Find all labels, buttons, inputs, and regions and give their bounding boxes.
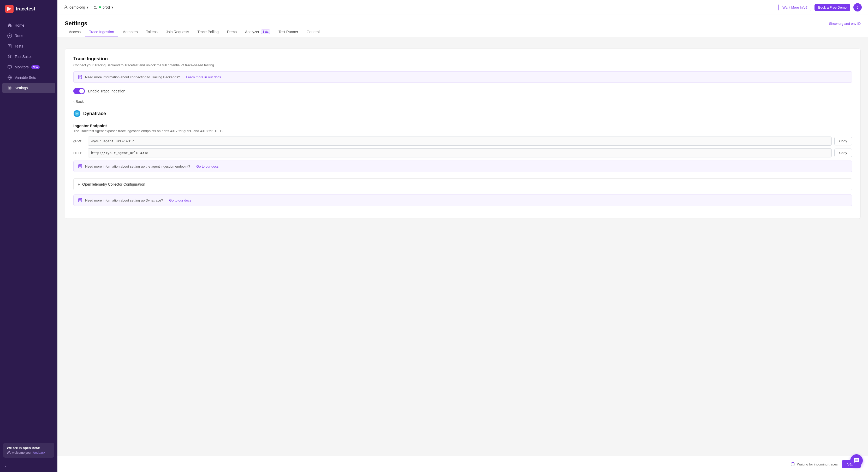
page-title: Settings — [65, 20, 87, 27]
collector-config-section: ▶ OpenTelemetry Collector Configuration — [73, 178, 852, 190]
layers-icon — [7, 54, 12, 59]
collector-config-header[interactable]: ▶ OpenTelemetry Collector Configuration — [73, 179, 852, 190]
monitors-badge: New — [31, 65, 40, 69]
monitor-icon — [7, 65, 12, 69]
dynatrace-docs-link[interactable]: Go to our docs — [169, 198, 191, 202]
enable-trace-ingestion-toggle[interactable] — [73, 88, 85, 94]
svg-marker-3 — [9, 35, 11, 36]
sidebar-nav: Home Runs Tests Test Suites Monitors New… — [0, 18, 57, 440]
sidebar: tracetest Home Runs Tests Test Suites Mo… — [0, 0, 57, 472]
show-org-env-id-link[interactable]: Show org and env ID — [829, 22, 861, 26]
tab-analyzer-label: Analyzer — [245, 30, 259, 34]
tab-join-requests-label: Join Requests — [166, 30, 189, 34]
book-free-demo-button[interactable]: Book a Free Demo — [814, 4, 850, 11]
enable-toggle-row: Enable Trace Ingestion — [73, 88, 852, 94]
sidebar-item-test-suites[interactable]: Test Suites — [2, 52, 55, 62]
org-chevron-icon: ▾ — [87, 5, 89, 9]
loading-spinner — [791, 462, 795, 466]
svg-point-16 — [65, 6, 66, 7]
go-to-docs-link[interactable]: Go to our docs — [196, 165, 218, 168]
sidebar-item-test-suites-label: Test Suites — [14, 55, 32, 59]
play-icon — [7, 33, 12, 38]
sidebar-item-settings-label: Settings — [14, 86, 28, 90]
env-selector[interactable]: prod ▾ — [94, 5, 113, 9]
info-book-icon — [78, 75, 83, 79]
sidebar-item-variable-sets[interactable]: Variable Sets — [2, 72, 55, 83]
beta-desc: We welcome your — [7, 451, 32, 454]
sidebar-item-runs[interactable]: Runs — [2, 31, 55, 41]
env-name: prod — [102, 5, 110, 9]
endpoint-title: Ingestor Endpoint — [73, 123, 852, 128]
folder-icon — [94, 5, 97, 9]
grpc-copy-button[interactable]: Copy — [834, 137, 852, 145]
sidebar-item-settings[interactable]: Settings — [2, 83, 55, 93]
info-box-text: Need more information about connecting t… — [85, 75, 180, 79]
sidebar-item-tests[interactable]: Tests — [2, 41, 55, 51]
grpc-input[interactable] — [88, 137, 832, 146]
tab-members-label: Members — [122, 30, 137, 34]
page-wrapper: demo-org ▾ prod ▾ Want More Info? Book a… — [57, 0, 868, 472]
info-book-icon-3 — [78, 198, 83, 203]
env-status-dot — [99, 6, 101, 8]
analyzer-beta-badge: Beta — [261, 30, 270, 34]
user-avatar[interactable]: J — [854, 3, 862, 11]
tab-general[interactable]: General — [303, 27, 324, 37]
beta-box: We are in open Beta! We welcome your fee… — [3, 443, 54, 458]
info-book-icon-2 — [78, 164, 83, 169]
sidebar-item-home-label: Home — [14, 23, 24, 27]
want-more-info-button[interactable]: Want More Info? — [778, 4, 811, 11]
tab-demo-label: Demo — [227, 30, 237, 34]
sidebar-item-monitors-label: Monitors — [14, 65, 29, 69]
gear-icon — [7, 86, 12, 90]
tab-trace-polling[interactable]: Trace Polling — [193, 27, 223, 37]
grpc-endpoint-row: gRPC Copy — [73, 137, 852, 146]
tab-analyzer[interactable]: Analyzer Beta — [241, 27, 274, 37]
grpc-label: gRPC — [73, 139, 85, 143]
tab-trace-polling-label: Trace Polling — [197, 30, 219, 34]
page-header: Settings Show org and env ID — [57, 15, 868, 27]
tab-access[interactable]: Access — [65, 27, 85, 37]
tracetest-logo-icon — [5, 5, 13, 13]
waiting-status: Waiting for incoming traces — [791, 462, 838, 466]
chat-bubble-button[interactable] — [850, 454, 863, 467]
tab-join-requests[interactable]: Join Requests — [162, 27, 193, 37]
sidebar-collapse-button[interactable]: ‹ — [0, 461, 57, 472]
org-icon — [64, 5, 68, 9]
section-title: Trace Ingestion — [73, 56, 852, 62]
tab-tokens-label: Tokens — [146, 30, 157, 34]
test-icon — [7, 44, 12, 49]
collapse-icon: ‹ — [5, 465, 6, 468]
feedback-link[interactable]: feedback — [32, 451, 45, 454]
http-input[interactable] — [88, 148, 832, 157]
http-label: HTTP — [73, 151, 85, 155]
section-desc: Connect your Tracing Backend to Tracetes… — [73, 63, 852, 67]
app-name: tracetest — [16, 6, 35, 12]
org-name: demo-org — [69, 5, 85, 9]
org-selector[interactable]: demo-org ▾ — [64, 5, 89, 9]
tab-trace-ingestion-label: Trace Ingestion — [89, 30, 114, 34]
tab-test-runner[interactable]: Test Runner — [274, 27, 302, 37]
collector-title: OpenTelemetry Collector Configuration — [82, 182, 145, 186]
sidebar-item-home[interactable]: Home — [2, 20, 55, 30]
ingestor-endpoint-section: Ingestor Endpoint The Tracetest Agent ex… — [73, 123, 852, 172]
footer-bar: Waiting for incoming traces Save — [57, 456, 868, 472]
back-button[interactable]: ‹ Back — [73, 99, 852, 104]
trace-ingestion-card: Trace Ingestion Connect your Tracing Bac… — [65, 49, 861, 219]
tab-demo[interactable]: Demo — [223, 27, 241, 37]
http-copy-button[interactable]: Copy — [834, 149, 852, 157]
env-chevron-icon: ▾ — [112, 5, 113, 9]
tab-members[interactable]: Members — [118, 27, 142, 37]
tab-trace-ingestion[interactable]: Trace Ingestion — [85, 27, 118, 37]
learn-more-link[interactable]: Learn more in our docs — [186, 75, 221, 79]
sidebar-item-tests-label: Tests — [14, 44, 23, 48]
sidebar-logo[interactable]: tracetest — [0, 0, 57, 18]
http-endpoint-row: HTTP Copy — [73, 148, 852, 157]
beta-title: We are in open Beta! — [7, 446, 51, 450]
topbar: demo-org ▾ prod ▾ Want More Info? Book a… — [57, 0, 868, 15]
sidebar-item-monitors[interactable]: Monitors New — [2, 62, 55, 72]
svg-marker-8 — [8, 55, 11, 57]
topbar-left: demo-org ▾ prod ▾ — [64, 5, 113, 9]
svg-rect-9 — [8, 65, 11, 68]
sidebar-item-variable-sets-label: Variable Sets — [14, 76, 36, 80]
tab-tokens[interactable]: Tokens — [142, 27, 161, 37]
